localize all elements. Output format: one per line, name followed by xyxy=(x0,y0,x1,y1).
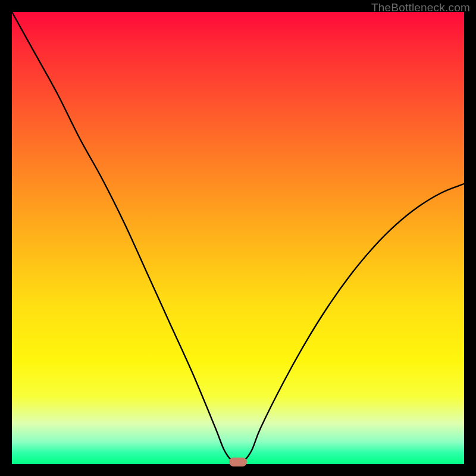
optimal-marker xyxy=(229,458,247,466)
bottleneck-curve xyxy=(12,12,464,464)
chart-frame: TheBottleneck.com xyxy=(0,0,476,476)
watermark-text: TheBottleneck.com xyxy=(371,1,470,14)
plot-area xyxy=(12,12,464,464)
